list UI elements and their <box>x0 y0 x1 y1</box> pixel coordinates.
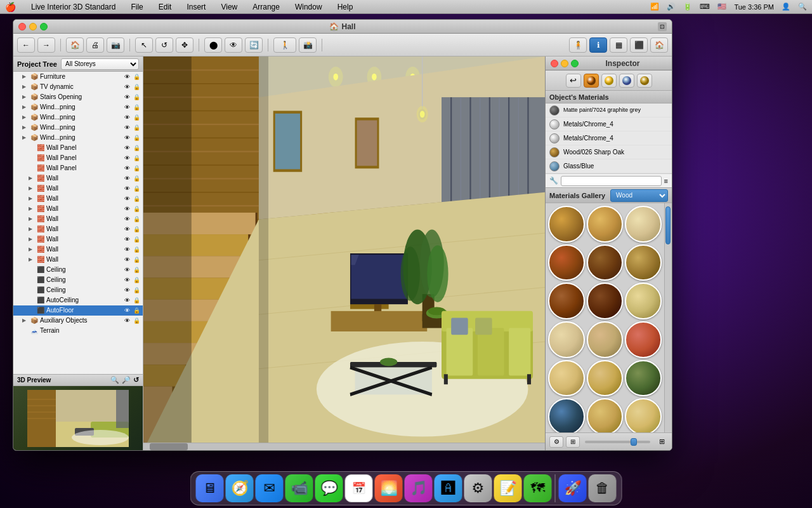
material-item-0[interactable]: Matte paint/7024 graphite grey <box>546 104 672 117</box>
menubar-file[interactable]: File <box>128 3 145 11</box>
user-icon[interactable]: 👤 <box>782 3 790 11</box>
tree-item-tv[interactable]: ▶ 📦 TV dynamic 👁 🔒 <box>13 82 143 92</box>
gallery-swatch-1[interactable] <box>587 206 624 243</box>
dock-item-facetime[interactable]: 📹 <box>285 474 313 502</box>
lock-icon[interactable]: 🔒 <box>133 185 140 192</box>
view-2d-btn[interactable]: ▦ <box>610 37 627 53</box>
inspector-settings-btn[interactable] <box>637 74 652 88</box>
visibility-eye[interactable]: 👁 <box>122 297 131 304</box>
print-btn[interactable]: 🖨 <box>86 37 104 53</box>
move-tool[interactable]: ✥ <box>176 37 193 53</box>
tree-item-terrain[interactable]: 🗻 Terrain <box>13 326 143 336</box>
battery-icon[interactable]: 🔋 <box>683 3 692 11</box>
tree-item-wall1[interactable]: ▶ 🧱 Wall 👁 🔒 <box>13 173 143 184</box>
home-btn[interactable]: 🏠 <box>66 37 84 53</box>
inspector-close[interactable] <box>551 60 558 67</box>
lock-icon[interactable]: 🔒 <box>133 124 140 131</box>
preview-3d-view[interactable] <box>13 386 143 450</box>
apple-menu[interactable]: 🍎 <box>5 2 16 12</box>
refresh-btn[interactable]: 🔄 <box>245 37 263 53</box>
lock-icon[interactable]: 🔒 <box>133 164 140 172</box>
3d-person-btn[interactable]: 🧍 <box>569 37 587 53</box>
tree-item-ceiling1[interactable]: ⬛ Ceiling 👁 🔒 <box>13 265 143 275</box>
gallery-swatch-11[interactable] <box>625 321 662 358</box>
lock-icon[interactable]: 🔒 <box>133 266 140 274</box>
lock-icon[interactable]: 🔒 <box>133 134 140 142</box>
lock-icon[interactable]: 🔒 <box>133 297 140 304</box>
visibility-eye[interactable]: 👁 <box>122 195 131 203</box>
tree-item-wall5[interactable]: ▶ 🧱 Wall 👁 🔒 <box>13 214 143 224</box>
gallery-swatch-2[interactable] <box>625 206 662 243</box>
gallery-swatch-14[interactable] <box>625 360 662 397</box>
dock-item-trash[interactable]: 🗑 <box>589 474 617 502</box>
select-tool[interactable]: ↖ <box>135 37 153 53</box>
material-item-1[interactable]: Metals/Chrome_4 <box>546 117 672 131</box>
visibility-eye[interactable]: 👁 <box>122 93 131 101</box>
gallery-swatch-17[interactable] <box>625 398 662 432</box>
visibility-eye[interactable]: 👁 <box>122 134 131 142</box>
visibility-eye[interactable]: 👁 <box>122 144 131 152</box>
material-item-2[interactable]: Metals/Chrome_4 <box>546 131 672 145</box>
lock-icon[interactable]: 🔒 <box>133 73 140 81</box>
gallery-swatch-15[interactable] <box>548 398 585 432</box>
tree-item-wall6[interactable]: ▶ 🧱 Wall 👁 🔒 <box>13 224 143 234</box>
gallery-swatch-10[interactable] <box>587 321 624 358</box>
visibility-eye[interactable]: 👁 <box>122 83 131 91</box>
tree-item-autofloor[interactable]: ⬛ AutoFloor 👁 🔒 <box>13 305 143 316</box>
dock-item-mail[interactable]: ✉ <box>256 474 284 502</box>
storeys-select[interactable]: All Storeys <box>61 58 139 70</box>
visibility-eye[interactable]: 👁 <box>122 154 131 162</box>
visibility-eye[interactable]: 👁 <box>122 215 131 223</box>
maximize-button[interactable] <box>40 23 48 30</box>
gallery-swatch-13[interactable] <box>587 360 624 397</box>
inspector-light-btn[interactable] <box>601 74 617 88</box>
tree-item-furniture[interactable]: ▶ 📦 Furniture 👁 🔒 <box>13 72 143 82</box>
tree-item-wallpanel2[interactable]: 🧱 Wall Panel 👁 🔒 <box>13 153 143 163</box>
inspector-minimize[interactable] <box>561 60 568 67</box>
material-search-input[interactable] <box>561 176 662 186</box>
tree-item-ceiling2[interactable]: ⬛ Ceiling 👁 🔒 <box>13 275 143 285</box>
tree-item-window2[interactable]: ▶ 📦 Wind...pning 👁 🔒 <box>13 112 143 123</box>
visibility-eye[interactable]: 👁 <box>122 256 131 264</box>
viewport-scrollbar[interactable] <box>143 443 545 450</box>
visibility-eye[interactable]: 👁 <box>122 164 131 172</box>
lock-icon[interactable]: 🔒 <box>133 175 140 182</box>
dock-item-calendar[interactable]: 📅 <box>345 474 373 502</box>
menu-icon[interactable]: ≡ <box>664 177 668 185</box>
zoom-out-icon[interactable]: 🔍 <box>110 376 119 384</box>
rotate-tool[interactable]: ↺ <box>155 37 173 53</box>
tree-item-stairs[interactable]: ▶ 📦 Stairs Opening 👁 🔒 <box>13 92 143 102</box>
lock-icon[interactable]: 🔒 <box>133 83 140 91</box>
lock-icon[interactable]: 🔒 <box>133 205 140 213</box>
dock-item-itunes[interactable]: 🎵 <box>405 474 433 502</box>
lock-icon[interactable]: 🔒 <box>133 195 140 203</box>
lock-icon[interactable]: 🔒 <box>133 307 140 314</box>
lock-icon[interactable]: 🔒 <box>133 286 140 294</box>
dock-item-finder[interactable]: 🖥 <box>196 474 224 502</box>
lock-icon[interactable]: 🔒 <box>133 256 140 264</box>
visibility-eye[interactable]: 👁 <box>122 73 131 81</box>
info-btn[interactable]: ℹ <box>589 37 607 53</box>
zoom-in-icon[interactable]: 🔎 <box>122 376 131 384</box>
menubar-arrange[interactable]: Arrange <box>250 3 282 11</box>
gallery-swatch-16[interactable] <box>587 398 624 432</box>
snapshot-btn[interactable]: 📸 <box>299 37 317 53</box>
menubar-app-name[interactable]: Live Interior 3D Standard <box>29 3 118 11</box>
visibility-eye[interactable]: 👁 <box>122 286 131 294</box>
material-item-3[interactable]: Wood/026 Sharp Oak <box>546 145 672 159</box>
tree-item-wall4[interactable]: ▶ 🧱 Wall 👁 🔒 <box>13 204 143 214</box>
lock-icon[interactable]: 🔒 <box>133 104 140 111</box>
menubar-help[interactable]: Help <box>335 3 356 11</box>
search-icon[interactable]: 🔍 <box>798 3 807 11</box>
wifi-icon[interactable]: 📶 <box>650 3 659 11</box>
dock-item-appstore[interactable]: 🅰 <box>435 474 462 502</box>
lock-icon[interactable]: 🔒 <box>133 317 140 324</box>
gallery-swatch-7[interactable] <box>587 283 624 319</box>
tree-item-wall2[interactable]: ▶ 🧱 Wall 👁 🔒 <box>13 184 143 194</box>
lock-icon[interactable]: 🔒 <box>133 236 140 243</box>
view-split-btn[interactable]: 🏠 <box>650 37 668 53</box>
gallery-swatch-4[interactable] <box>587 244 624 281</box>
tree-item-ceiling3[interactable]: ⬛ Ceiling 👁 🔒 <box>13 285 143 295</box>
inspector-maximize[interactable] <box>571 60 579 67</box>
visibility-eye[interactable]: 👁 <box>122 266 131 274</box>
